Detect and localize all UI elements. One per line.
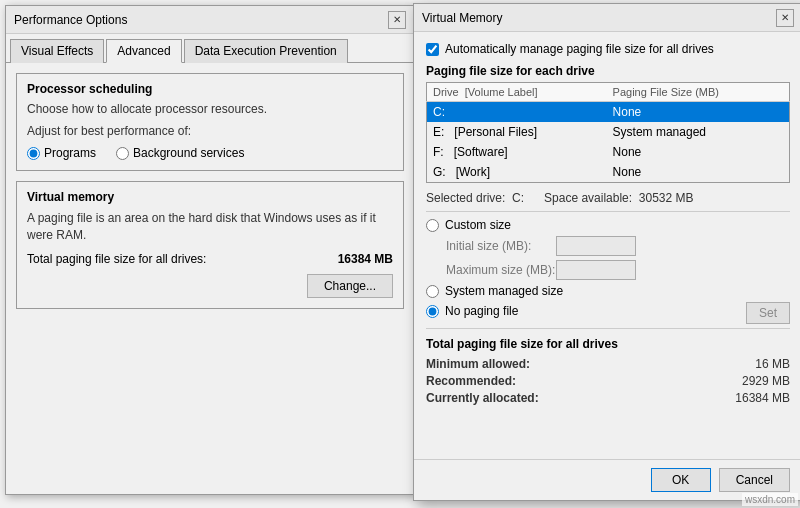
vm-desc: A paging file is an area on the hard dis… (27, 210, 393, 244)
processor-desc: Choose how to allocate processor resourc… (27, 102, 393, 116)
set-button[interactable]: Set (746, 302, 790, 324)
perf-close-button[interactable]: ✕ (388, 11, 406, 29)
vm-content: Automatically manage paging file size fo… (414, 32, 800, 459)
radio-background-input[interactable] (116, 147, 129, 160)
totals-min-key: Minimum allowed: (426, 357, 530, 371)
drive-f: F: [Software] (427, 142, 607, 162)
table-row[interactable]: E: [Personal Files] System managed (427, 122, 790, 142)
table-row[interactable]: G: [Work] None (427, 162, 790, 183)
auto-manage-row: Automatically manage paging file size fo… (426, 42, 790, 56)
no-paging-radio-row: No paging file (426, 304, 518, 318)
totals-min: Minimum allowed: 16 MB (426, 357, 790, 371)
drive-e: E: [Personal Files] (427, 122, 607, 142)
custom-size-label: Custom size (445, 218, 511, 232)
adjust-label: Adjust for best performance of: (27, 124, 393, 138)
vm-close-button[interactable]: ✕ (776, 9, 794, 27)
radio-programs-input[interactable] (27, 147, 40, 160)
drive-c: C: (427, 102, 607, 123)
virtual-memory-dialog: Virtual Memory ✕ Automatically manage pa… (413, 3, 800, 501)
system-managed-radio-row: System managed size (426, 284, 790, 298)
perf-dialog-title: Performance Options (14, 13, 127, 27)
totals-alloc: Currently allocated: 16384 MB (426, 391, 790, 405)
space-value: 30532 MB (639, 191, 694, 205)
cancel-button[interactable]: Cancel (719, 468, 790, 492)
table-row[interactable]: C: None (427, 102, 790, 123)
change-btn-row: Change... (27, 274, 393, 298)
totals-rec-key: Recommended: (426, 374, 516, 388)
selected-drive-label: Selected drive: (426, 191, 505, 205)
virtual-memory-section: Virtual memory A paging file is an area … (16, 181, 404, 309)
size-g: None (607, 162, 790, 183)
custom-size-radio[interactable] (426, 219, 439, 232)
space-available-item: Space available: 30532 MB (544, 191, 693, 205)
tab-visual-effects[interactable]: Visual Effects (10, 39, 104, 63)
size-e: System managed (607, 122, 790, 142)
vm-section-title: Virtual memory (27, 190, 393, 204)
initial-size-row: Initial size (MB): (446, 236, 790, 256)
radio-programs[interactable]: Programs (27, 146, 96, 160)
maximum-size-input (556, 260, 636, 280)
divider (426, 211, 790, 212)
processor-title: Processor scheduling (27, 82, 393, 96)
vm-titlebar: Virtual Memory ✕ (414, 4, 800, 32)
custom-size-radio-row: Custom size (426, 218, 790, 232)
size-c: None (607, 102, 790, 123)
size-f: None (607, 142, 790, 162)
table-row[interactable]: F: [Software] None (427, 142, 790, 162)
totals-alloc-val: 16384 MB (735, 391, 790, 405)
initial-size-input (556, 236, 636, 256)
system-managed-label: System managed size (445, 284, 563, 298)
paging-file-label: Paging file size for each drive (426, 64, 790, 78)
totals-title: Total paging file size for all drives (426, 337, 790, 351)
performance-options-dialog: Performance Options ✕ Visual Effects Adv… (5, 5, 415, 495)
tab-dep[interactable]: Data Execution Prevention (184, 39, 348, 63)
perf-tabs: Visual Effects Advanced Data Execution P… (6, 34, 414, 63)
maximum-size-label: Maximum size (MB): (446, 263, 556, 277)
initial-size-label: Initial size (MB): (446, 239, 556, 253)
watermark: wsxdn.com (742, 493, 798, 506)
perf-titlebar: Performance Options ✕ (6, 6, 414, 34)
space-label: Space available: (544, 191, 632, 205)
no-paging-row: No paging file Set (426, 302, 790, 324)
auto-manage-checkbox[interactable] (426, 43, 439, 56)
tab-advanced[interactable]: Advanced (106, 39, 181, 63)
drives-table: Drive [Volume Label] Paging File Size (M… (426, 82, 790, 183)
processor-section: Processor scheduling Choose how to alloc… (16, 73, 404, 171)
radio-background[interactable]: Background services (116, 146, 244, 160)
col-drive: Drive [Volume Label] (427, 83, 607, 102)
selected-drive-info: Selected drive: C: Space available: 3053… (426, 191, 790, 205)
no-paging-radio[interactable] (426, 305, 439, 318)
totals-rec-val: 2929 MB (742, 374, 790, 388)
maximum-size-row: Maximum size (MB): (446, 260, 790, 280)
totals-section: Total paging file size for all drives Mi… (426, 328, 790, 405)
system-managed-radio[interactable] (426, 285, 439, 298)
processor-radio-group: Programs Background services (27, 146, 393, 160)
totals-alloc-key: Currently allocated: (426, 391, 539, 405)
totals-rec: Recommended: 2929 MB (426, 374, 790, 388)
vm-dialog-title: Virtual Memory (422, 11, 502, 25)
col-size: Paging File Size (MB) (607, 83, 790, 102)
no-paging-label: No paging file (445, 304, 518, 318)
perf-content: Processor scheduling Choose how to alloc… (6, 63, 414, 494)
vm-total-row: Total paging file size for all drives: 1… (27, 252, 393, 266)
vm-total-label: Total paging file size for all drives: (27, 252, 206, 266)
selected-drive-value: C: (512, 191, 524, 205)
change-button[interactable]: Change... (307, 274, 393, 298)
auto-manage-label: Automatically manage paging file size fo… (445, 42, 714, 56)
selected-drive-item: Selected drive: C: (426, 191, 524, 205)
drive-g: G: [Work] (427, 162, 607, 183)
vm-total-size: 16384 MB (338, 252, 393, 266)
totals-min-val: 16 MB (755, 357, 790, 371)
ok-button[interactable]: OK (651, 468, 711, 492)
